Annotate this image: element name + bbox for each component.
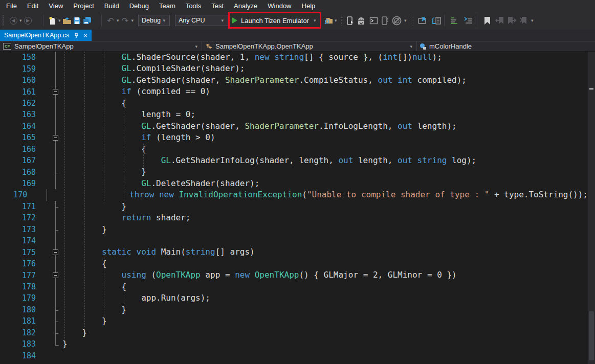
menu-item-edit[interactable]: Edit <box>22 1 43 11</box>
line-number[interactable]: 177 <box>0 271 49 280</box>
comment-lines-icon[interactable] <box>448 14 461 27</box>
menu-item-debug[interactable]: Debug <box>124 1 154 11</box>
code-text[interactable]: } <box>62 338 68 350</box>
line-number[interactable]: 158 <box>0 53 49 62</box>
uncomment-lines-icon[interactable] <box>461 14 475 27</box>
outlining-margin[interactable] <box>49 86 62 97</box>
menu-item-build[interactable]: Build <box>99 1 124 11</box>
open-folder-icon[interactable] <box>62 14 72 27</box>
device-log-icon[interactable] <box>380 14 390 27</box>
code-text[interactable]: GL.ShaderSource(shader, 1, new string[] … <box>62 52 442 63</box>
line-number[interactable]: 170 <box>0 190 40 199</box>
code-text[interactable]: GL.CompileShader(shader); <box>62 63 245 74</box>
code-line[interactable]: 165 if (length > 0) <box>0 132 588 143</box>
line-number[interactable]: 160 <box>0 76 49 85</box>
code-text[interactable]: using (OpenTKApp app = new OpenTKApp() {… <box>62 269 457 281</box>
menu-item-file[interactable]: File <box>1 1 22 11</box>
menu-item-window[interactable]: Window <box>262 1 296 11</box>
line-number[interactable]: 176 <box>0 259 49 268</box>
code-text[interactable]: GL.GetShader(shader, ShaderParameter.Com… <box>62 75 467 86</box>
next-bookmark-icon[interactable] <box>505 14 518 27</box>
menu-item-tools[interactable]: Tools <box>181 1 206 11</box>
menu-item-view[interactable]: View <box>43 1 68 11</box>
line-number[interactable]: 172 <box>0 213 49 222</box>
line-number[interactable]: 159 <box>0 64 49 74</box>
code-line[interactable]: 183} <box>0 338 588 350</box>
code-line[interactable]: 162 { <box>0 98 588 109</box>
code-line[interactable]: 180 } <box>0 304 588 315</box>
code-line[interactable]: 173 } <box>0 224 588 235</box>
line-number[interactable]: 180 <box>0 305 49 314</box>
redo-icon[interactable]: ↷ <box>120 14 130 27</box>
code-line[interactable]: 172 return shader; <box>0 212 588 223</box>
code-text[interactable]: GL.GetShader(shader, ShaderParameter.Inf… <box>62 121 457 132</box>
code-text[interactable]: if (length > 0) <box>62 132 215 143</box>
goto-definition-icon[interactable] <box>416 14 430 27</box>
menu-item-project[interactable]: Project <box>68 1 99 11</box>
code-text[interactable]: { <box>62 281 126 292</box>
code-text[interactable]: throw new InvalidOperationException("Una… <box>51 189 588 200</box>
code-line[interactable]: 177 using (OpenTKApp app = new OpenTKApp… <box>0 269 588 281</box>
code-line[interactable]: 182 } <box>0 327 588 338</box>
nav-back-icon[interactable]: ◀ <box>8 14 18 27</box>
menu-item-analyze[interactable]: Analyze <box>229 1 262 11</box>
line-number[interactable]: 162 <box>0 99 49 108</box>
code-text[interactable]: { <box>62 98 126 109</box>
line-number[interactable]: 179 <box>0 293 49 303</box>
project-dropdown[interactable]: C# SampelOpenTKApp ▾ <box>0 41 202 51</box>
solution-config-dropdown[interactable]: Debug ▾ <box>138 15 170 26</box>
line-number[interactable]: 168 <box>0 168 49 177</box>
code-line[interactable]: 179 app.Run(args); <box>0 292 588 304</box>
line-number[interactable]: 165 <box>0 133 49 142</box>
nav-forward-icon[interactable]: ▶ <box>23 14 33 27</box>
code-line[interactable]: 184 <box>0 350 588 361</box>
undo-dropdown-icon[interactable]: ▾ <box>116 18 120 23</box>
code-text[interactable]: } <box>62 201 126 212</box>
platform-dropdown[interactable]: Any CPU ▾ <box>175 15 228 26</box>
code-text[interactable]: length = 0; <box>62 109 195 120</box>
line-number[interactable]: 163 <box>0 110 49 119</box>
vertical-scrollbar[interactable] <box>588 52 595 364</box>
code-area[interactable]: 158 GL.ShaderSource(shader, 1, new strin… <box>0 52 588 364</box>
nav-back-dropdown-icon[interactable]: ▾ <box>18 18 23 23</box>
scrollbar-thumb[interactable] <box>589 311 594 360</box>
code-text[interactable]: GL.DeleteShader(shader); <box>62 178 259 189</box>
previous-bookmark-icon[interactable] <box>493 14 505 27</box>
line-number[interactable]: 175 <box>0 248 49 257</box>
code-line[interactable]: 174 <box>0 235 588 246</box>
new-file-dropdown-icon[interactable]: ▾ <box>57 18 62 23</box>
outlining-margin[interactable] <box>49 246 62 258</box>
code-line[interactable]: 160 GL.GetShader(shader, ShaderParameter… <box>0 75 588 86</box>
close-icon[interactable]: × <box>83 32 87 39</box>
attach-to-process-icon[interactable] <box>323 14 334 27</box>
save-all-icon[interactable] <box>82 14 93 27</box>
code-line[interactable]: 171 } <box>0 201 588 212</box>
code-line[interactable]: 175 static void Main(string[] args) <box>0 246 588 258</box>
code-text[interactable]: GL.GetShaderInfoLog(shader, length, out … <box>62 155 476 166</box>
menu-item-test[interactable]: Test <box>206 1 229 11</box>
line-number[interactable]: 174 <box>0 236 49 245</box>
line-number[interactable]: 169 <box>0 179 49 188</box>
code-line[interactable]: 164 GL.GetShader(shader, ShaderParameter… <box>0 121 588 132</box>
toolbar-grip[interactable] <box>2 15 5 26</box>
code-line[interactable]: 169 GL.DeleteShader(shader); <box>0 178 588 189</box>
navigate-icon[interactable] <box>430 14 443 27</box>
line-number[interactable]: 182 <box>0 328 49 337</box>
toolbar-overflow-icon[interactable]: ▾ <box>334 18 338 23</box>
code-line[interactable]: 166 { <box>0 144 588 155</box>
code-text[interactable]: } <box>62 304 126 315</box>
type-dropdown[interactable]: SampelOpenTKApp.OpenTKApp ▾ <box>202 41 417 51</box>
code-line[interactable]: 163 length = 0; <box>0 109 588 120</box>
save-icon[interactable] <box>72 14 82 27</box>
new-file-icon[interactable] <box>47 14 57 27</box>
line-number[interactable]: 178 <box>0 282 49 291</box>
line-number[interactable]: 173 <box>0 225 49 234</box>
outlining-margin[interactable] <box>49 132 62 143</box>
launch-tizen-emulator-button[interactable]: Launch Tizen Emulator ▾ <box>232 15 317 26</box>
code-text[interactable]: static void Main(string[] args) <box>62 246 255 258</box>
code-line[interactable]: 176 { <box>0 258 588 269</box>
line-number[interactable]: 164 <box>0 122 49 131</box>
toolbar-overflow-icon[interactable]: ▾ <box>403 18 408 23</box>
line-number[interactable]: 184 <box>0 351 49 360</box>
collapse-region-icon[interactable] <box>53 135 58 141</box>
